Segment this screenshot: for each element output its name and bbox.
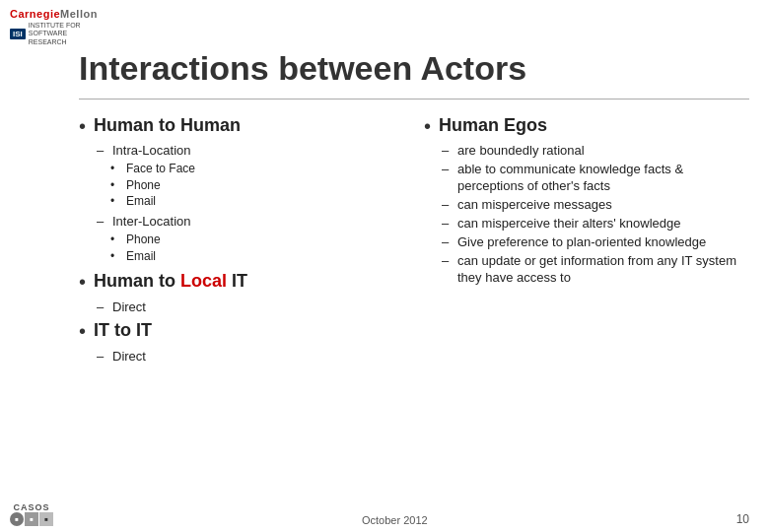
left-column: • Human to Human – Intra-Location • Face… <box>79 106 404 483</box>
email-item-2: • Email <box>110 249 404 265</box>
direct-2-label: Direct <box>112 349 146 366</box>
egos-dash-1-label: are boundedly rational <box>457 143 585 160</box>
footer-page-number: 10 <box>736 512 749 526</box>
casos-icons: ■ ■ ■ <box>10 512 53 526</box>
bullet-dot-right-1: • <box>424 116 431 136</box>
egos-dash-2-label: able to communicate knowledge facts & pe… <box>457 162 749 195</box>
phone-label-2: Phone <box>126 233 161 248</box>
content-area: • Human to Human – Intra-Location • Face… <box>79 106 749 483</box>
inter-location-label: Inter-Location <box>112 214 191 231</box>
egos-dash-4: – can misperceive their alters' knowledg… <box>442 216 749 233</box>
casos-text: CASOS <box>13 502 49 512</box>
egos-dash-5: – Give preference to plan-oriented knowl… <box>442 234 749 251</box>
right-column: • Human Egos – are boundedly rational – … <box>424 106 749 483</box>
cmu-logo: CarnegieMellon <box>10 8 98 20</box>
footer: CASOS ■ ■ ■ October 2012 10 <box>10 502 749 526</box>
intra-location-section: – Intra-Location • Face to Face • Phone … <box>97 143 404 210</box>
face-to-face-item: • Face to Face <box>110 162 404 177</box>
bullet-1-text: Human to Human <box>94 114 241 137</box>
bullet-dot-1: • <box>79 116 86 136</box>
bullet-dot-3: • <box>79 321 86 341</box>
bullet-right-1-text: Human Egos <box>439 114 547 137</box>
inter-sub-items: • Phone • Email <box>110 233 404 264</box>
intra-sub-items: • Face to Face • Phone • Email <box>110 162 404 210</box>
egos-dash-3: – can misperceive messages <box>442 197 749 214</box>
email-item-1: • Email <box>110 194 404 210</box>
bullet-human-to-human: • Human to Human <box>79 114 404 137</box>
face-to-face-label: Face to Face <box>126 162 195 177</box>
bullet-it-to-it: • IT to IT <box>79 319 404 342</box>
inter-location-section: – Inter-Location • Phone • Email <box>97 214 404 264</box>
egos-dash-6-label: can update or get information from any I… <box>457 253 749 287</box>
bullet-human-local-it: • Human to Local IT <box>79 270 404 293</box>
direct-1-item: – Direct <box>97 299 404 316</box>
direct-2-section: – Direct <box>97 349 404 366</box>
egos-dash-2: – able to communicate knowledge facts & … <box>442 162 749 195</box>
isr-logo: ISI INSTITUTE FOR SOFTWARE RESEARCH <box>10 22 81 46</box>
phone-item-2: • Phone <box>110 233 404 248</box>
email-label-2: Email <box>126 249 156 265</box>
isr-badge: ISI <box>10 29 26 39</box>
inter-location-item: – Inter-Location <box>97 214 404 231</box>
direct-1-section: – Direct <box>97 299 404 316</box>
egos-dash-5-label: Give preference to plan-oriented knowled… <box>457 234 706 251</box>
phone-item-1: • Phone <box>110 178 404 194</box>
egos-dash-3-label: can misperceive messages <box>457 197 612 214</box>
egos-dash-1: – are boundedly rational <box>442 143 749 160</box>
bullet-3-text: IT to IT <box>94 319 152 342</box>
bullet-2-text: Human to Local IT <box>94 270 247 293</box>
egos-dash-6: – can update or get information from any… <box>442 253 749 287</box>
direct-1-label: Direct <box>112 299 146 316</box>
intra-location-item: – Intra-Location <box>97 143 404 160</box>
egos-dash-4-label: can misperceive their alters' knowledge <box>457 216 680 233</box>
slide-title: Interactions between Actors <box>79 49 749 88</box>
direct-2-item: – Direct <box>97 349 404 366</box>
email-label-1: Email <box>126 194 156 210</box>
intra-location-label: Intra-Location <box>112 143 191 160</box>
isr-text: INSTITUTE FOR SOFTWARE RESEARCH <box>29 22 81 46</box>
footer-logo: CASOS ■ ■ ■ <box>10 502 53 526</box>
header-logo: CarnegieMellon ISI INSTITUTE FOR SOFTWAR… <box>10 8 98 46</box>
egos-sub-section: – are boundedly rational – able to commu… <box>442 143 749 286</box>
footer-date: October 2012 <box>53 514 736 526</box>
bullet-dot-2: • <box>79 272 86 292</box>
title-rule <box>79 99 749 100</box>
bullet-human-egos: • Human Egos <box>424 114 749 137</box>
phone-label-1: Phone <box>126 178 161 194</box>
